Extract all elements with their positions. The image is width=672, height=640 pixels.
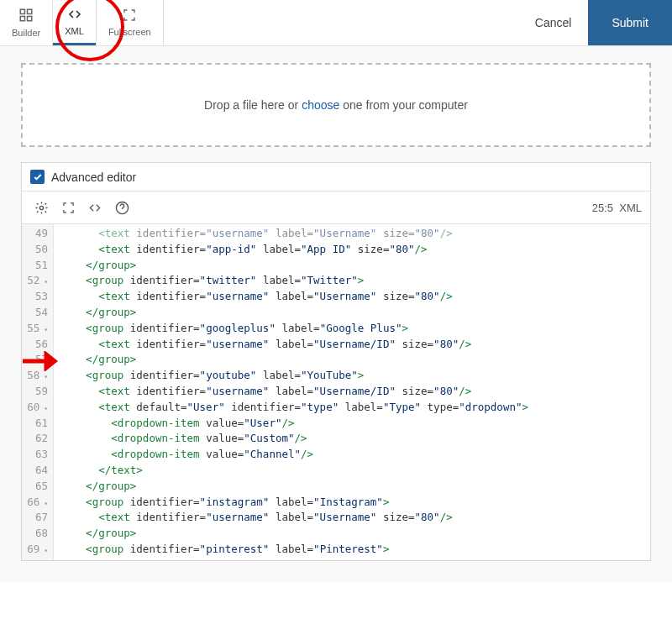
- line-gutter: 49505152 ▾535455 ▾565758 ▾5960 ▾61626364…: [22, 224, 54, 560]
- svg-point-4: [39, 206, 43, 209]
- svg-rect-2: [20, 17, 24, 21]
- svg-rect-1: [28, 9, 32, 13]
- code-small-icon[interactable]: [84, 197, 106, 218]
- cursor-position: 25:5 XML: [592, 202, 642, 214]
- file-dropzone[interactable]: Drop a file here or choose one from your…: [21, 63, 651, 147]
- fullscreen-small-icon[interactable]: [57, 197, 79, 218]
- fullscreen-icon: [123, 8, 136, 25]
- gear-icon[interactable]: [30, 197, 52, 218]
- code-editor[interactable]: 49505152 ▾535455 ▾565758 ▾5960 ▾61626364…: [22, 224, 650, 560]
- builder-icon: [18, 8, 34, 26]
- editor-toolbar: 25:5 XML: [22, 191, 650, 224]
- code-icon: [66, 8, 83, 24]
- submit-button[interactable]: Submit: [588, 0, 672, 45]
- tab-fullscreen[interactable]: Fullscreen: [97, 0, 163, 45]
- tab-builder[interactable]: Builder: [0, 0, 52, 45]
- svg-rect-3: [28, 17, 32, 21]
- svg-rect-0: [20, 9, 24, 13]
- top-toolbar: Builder XML Fullscreen Cancel Submit: [0, 0, 672, 46]
- annotation-arrow: [21, 347, 61, 375]
- advanced-editor-toggle[interactable]: Advanced editor: [22, 163, 650, 191]
- main-content: Drop a file here or choose one from your…: [0, 46, 672, 582]
- cancel-button[interactable]: Cancel: [518, 0, 589, 45]
- help-icon[interactable]: [111, 197, 133, 218]
- choose-file-link[interactable]: choose: [302, 98, 339, 112]
- checkbox-checked-icon: [30, 170, 45, 184]
- tab-xml[interactable]: XML: [53, 0, 96, 45]
- editor-panel: Advanced editor 25:5 XML 49505152 ▾53545…: [21, 162, 651, 561]
